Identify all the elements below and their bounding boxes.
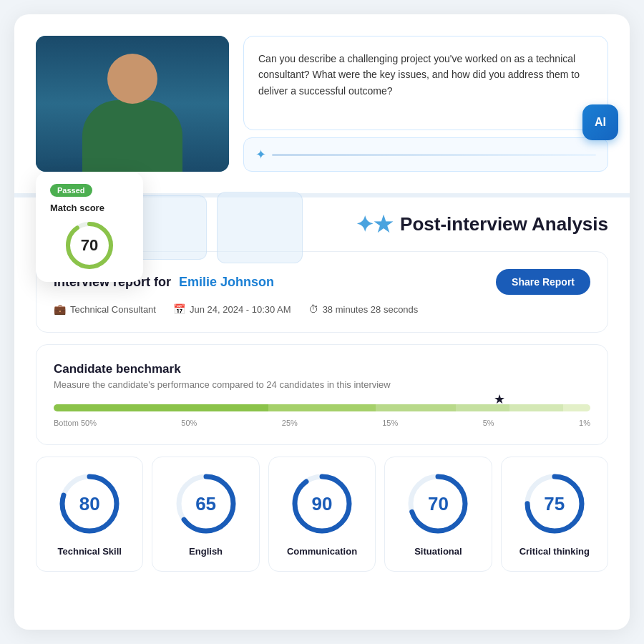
match-score-value: 70 [64,220,114,270]
skill-circle-1: 65 [174,472,238,536]
label-50: 50% [181,419,197,427]
input-line [272,154,596,156]
match-score-label: Match score [50,203,129,213]
skill-name-1: English [189,546,223,557]
skill-name-3: Situational [414,546,462,557]
top-section: Can you describe a challenging project y… [36,36,608,172]
main-card: Can you describe a challenging project y… [14,14,630,630]
skill-name-0: Technical Skill [58,546,122,557]
skill-circle-4: 75 [522,472,587,536]
person-head [107,54,157,104]
skill-score-3: 70 [406,472,470,536]
candidate-photo [36,36,229,172]
passed-badge: Passed [50,184,92,197]
calendar-icon: 📅 [173,303,185,315]
answer-input[interactable]: ✦ [243,137,608,172]
benchmark-bar [54,404,590,411]
question-text: Can you describe a challenging project y… [258,53,580,97]
skill-name-2: Communication [287,546,357,557]
share-report-button[interactable]: Share Report [496,269,590,295]
skill-score-2: 90 [290,472,354,536]
star-marker: ★ [494,391,505,407]
benchmark-card: Candidate benchmark Measure the candidat… [36,344,608,445]
label-bottom50: Bottom 50% [54,419,97,427]
ghost-cards [125,192,303,263]
meta-date: 📅 Jun 24, 2024 - 10:30 AM [173,303,291,315]
match-score-card: Passed Match score 70 [36,172,143,282]
question-bubble: Can you describe a challenging project y… [243,36,608,130]
meta-duration: ⏱ 38 minutes 28 seconds [308,303,419,315]
meta-job-text: Technical Consultant [70,304,156,315]
skill-score-1: 65 [174,472,238,536]
person-body [82,100,182,172]
skill-name-4: Critical thinking [519,546,590,557]
benchmark-bar-container: ★ [54,404,590,411]
label-25: 25% [282,419,298,427]
benchmark-labels: Bottom 50% 50% 25% 15% 5% 1% [54,419,590,427]
clock-icon: ⏱ [308,303,318,315]
skill-card-communication: 90 Communication [268,457,376,572]
person-silhouette [82,54,182,172]
label-15: 15% [382,419,398,427]
benchmark-desc: Measure the candidate's performance comp… [54,379,590,390]
analysis-star-icon: ✦★ [356,212,393,237]
candidate-name: Emilie Johnson [179,275,274,289]
meta-duration-text: 38 minutes 28 seconds [323,304,419,315]
skill-card-english: 65 English [152,457,259,572]
skill-score-4: 75 [522,472,587,536]
briefcase-icon: 💼 [54,303,66,315]
sparkle-icon: ✦ [255,147,266,162]
match-score-circle: 70 [64,220,114,270]
benchmark-title: Candidate benchmark [54,362,590,376]
ghost-card-2 [217,192,303,263]
label-1: 1% [579,419,590,427]
skill-card-technical-skill: 80 Technical Skill [36,457,143,572]
skill-circle-2: 90 [290,472,354,536]
question-panel: Can you describe a challenging project y… [243,36,608,172]
skill-card-situational: 70 Situational [384,457,492,572]
score-circle-container: 70 [50,220,129,270]
skill-score-0: 80 [57,472,122,536]
skill-circle-3: 70 [406,472,470,536]
meta-date-text: Jun 24, 2024 - 10:30 AM [190,304,291,315]
analysis-title: ✦★ Post-interview Analysis [356,212,608,237]
skill-circle-0: 80 [57,472,122,536]
label-5: 5% [483,419,494,427]
skill-card-critical-thinking: 75 Critical thinking [501,457,608,572]
ai-badge: AI [582,104,618,140]
skills-grid: 80 Technical Skill 65 English 90 Communi… [36,457,608,572]
report-meta: 💼 Technical Consultant 📅 Jun 24, 2024 - … [54,303,590,315]
meta-job-title: 💼 Technical Consultant [54,303,156,315]
